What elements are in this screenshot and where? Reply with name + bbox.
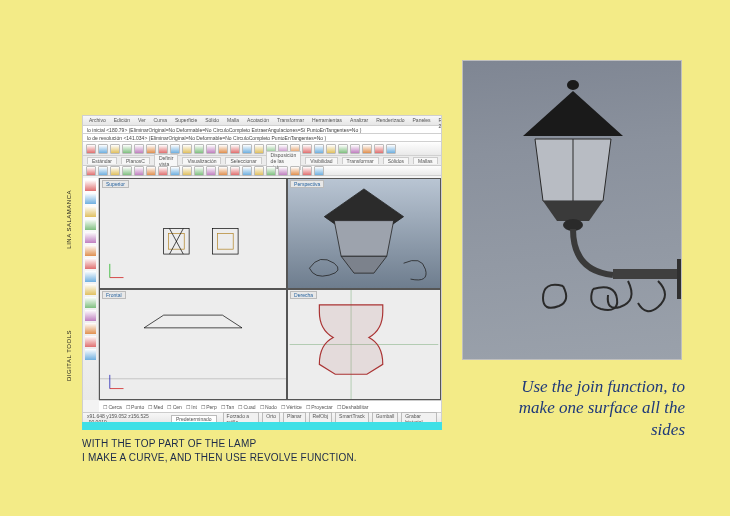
menu-item[interactable]: Analizar <box>348 117 370 124</box>
toolbar-icon[interactable] <box>110 144 120 154</box>
toolbar-icon[interactable] <box>85 297 96 308</box>
toolbar-icon[interactable] <box>362 144 372 154</box>
toolbar-icon[interactable] <box>85 323 96 334</box>
toolbar-icon[interactable] <box>182 144 192 154</box>
toolbar-icon[interactable] <box>86 144 96 154</box>
menu-item[interactable]: Ver <box>136 117 148 124</box>
menu-item[interactable]: Curva <box>152 117 169 124</box>
osnap-toggle[interactable]: ☐ Tan <box>221 404 234 410</box>
toolbar-tab[interactable]: Visualización <box>182 157 221 164</box>
toolbar-icon[interactable] <box>122 144 132 154</box>
toolbar-icon[interactable] <box>170 144 180 154</box>
toolbar-icon[interactable] <box>242 144 252 154</box>
menu-item[interactable]: Acotación <box>245 117 271 124</box>
toolbar-tab[interactable]: Estándar <box>87 157 117 164</box>
osnap-toggle[interactable]: ☐ Int <box>186 404 197 410</box>
toolbar-icon[interactable] <box>338 144 348 154</box>
viewport-perspective[interactable]: Perspectiva <box>287 178 441 289</box>
toolbar-icon[interactable] <box>302 144 312 154</box>
viewport-right[interactable]: Derecha <box>287 289 441 400</box>
toolbar-icon[interactable] <box>85 271 96 282</box>
command-line-2: lo de revolución <141.034> (EliminarOrig… <box>83 134 441 142</box>
toolbar-icon[interactable] <box>98 166 108 176</box>
menu-item[interactable]: Herramientas <box>310 117 344 124</box>
toolbar-icon[interactable] <box>350 144 360 154</box>
toolbar-icon[interactable] <box>182 166 192 176</box>
toolbar-icon[interactable] <box>134 166 144 176</box>
toolbar-icon[interactable] <box>85 310 96 321</box>
toolbar-icon[interactable] <box>302 166 312 176</box>
toolbar-icon[interactable] <box>326 144 336 154</box>
toolbar-icon[interactable] <box>230 144 240 154</box>
toolbar-tab[interactable]: PlanosC <box>121 157 150 164</box>
toolbar-icon[interactable] <box>206 166 216 176</box>
toolbar-icon[interactable] <box>242 166 252 176</box>
toolbar-icon[interactable] <box>85 245 96 256</box>
osnap-toggle[interactable]: ☐ Nodo <box>260 404 277 410</box>
menu-item[interactable]: RhinoCAM 2014 <box>437 117 442 124</box>
toolbar-icon[interactable] <box>170 166 180 176</box>
toolbar-icon[interactable] <box>85 258 96 269</box>
toolbar-tab[interactable]: Seleccionar <box>225 157 261 164</box>
osnap-toggle[interactable]: ☐ Cen <box>167 404 182 410</box>
osnap-toggle[interactable]: ☐ Deshabilitar <box>337 404 369 410</box>
viewports: Superior Per <box>99 178 441 400</box>
menu-item[interactable]: Paneles <box>411 117 433 124</box>
osnap-toggle[interactable]: ☐ Med <box>148 404 163 410</box>
toolbar-icon[interactable] <box>206 144 216 154</box>
toolbar-icon[interactable] <box>85 349 96 360</box>
toolbar-icon[interactable] <box>158 144 168 154</box>
menu-item[interactable]: Renderizado <box>374 117 406 124</box>
menu-item[interactable]: Malla <box>225 117 241 124</box>
toolbar-icon[interactable] <box>146 144 156 154</box>
osnap-toggle[interactable]: ☐ Cuad <box>238 404 255 410</box>
toolbar-icon[interactable] <box>194 166 204 176</box>
toolbar-icon[interactable] <box>374 144 384 154</box>
toolbar-icon[interactable] <box>194 144 204 154</box>
toolbar-icon[interactable] <box>85 336 96 347</box>
osnap-toggle[interactable]: ☐ Perp <box>201 404 217 410</box>
toolbar-icon[interactable] <box>218 144 228 154</box>
toolbar-icon[interactable] <box>110 166 120 176</box>
toolbar-icon[interactable] <box>86 166 96 176</box>
toolbar-icon[interactable] <box>134 144 144 154</box>
osnap-toggle[interactable]: ☐ Proyectar <box>306 404 333 410</box>
menu-item[interactable]: Superficie <box>173 117 199 124</box>
toolbar-icon[interactable] <box>85 193 96 204</box>
viewport-front[interactable]: Frontal <box>99 289 287 400</box>
toolbar-icon[interactable] <box>314 166 324 176</box>
svg-rect-23 <box>677 259 682 299</box>
menu-item[interactable]: Sólido <box>203 117 221 124</box>
menu-item[interactable]: Archivo <box>87 117 108 124</box>
menu-item[interactable]: Edición <box>112 117 132 124</box>
toolbar-icon[interactable] <box>85 232 96 243</box>
viewport-top[interactable]: Superior <box>99 178 287 289</box>
svg-rect-3 <box>218 234 234 250</box>
toolbar-icon[interactable] <box>278 166 288 176</box>
toolbar-icon[interactable] <box>85 206 96 217</box>
toolbar-icon[interactable] <box>158 166 168 176</box>
toolbar-icon[interactable] <box>314 144 324 154</box>
toolbar-icon[interactable] <box>122 166 132 176</box>
toolbar-tab[interactable]: Transformar <box>342 157 379 164</box>
osnap-toggle[interactable]: ☐ Vértice <box>281 404 302 410</box>
toolbar-icon[interactable] <box>85 284 96 295</box>
toolbar-main <box>83 142 441 156</box>
toolbar-icon[interactable] <box>266 166 276 176</box>
toolbar-tab[interactable]: Sólidos <box>383 157 409 164</box>
toolbar-tab[interactable]: Mallas <box>413 157 437 164</box>
menu-item[interactable]: Transformar <box>275 117 306 124</box>
toolbar-icon[interactable] <box>85 219 96 230</box>
osnap-toggle[interactable]: ☐ Punto <box>126 404 144 410</box>
toolbar-tab[interactable]: Visibilidad <box>305 157 337 164</box>
toolbar-icon[interactable] <box>254 166 264 176</box>
toolbar-icon[interactable] <box>386 144 396 154</box>
osnap-toggle[interactable]: ☐ Cerca <box>103 404 122 410</box>
toolbar-icon[interactable] <box>146 166 156 176</box>
toolbar-icon[interactable] <box>218 166 228 176</box>
toolbar-icon[interactable] <box>85 180 96 191</box>
toolbar-icon[interactable] <box>230 166 240 176</box>
toolbar-icon[interactable] <box>290 166 300 176</box>
toolbar-icon[interactable] <box>254 144 264 154</box>
toolbar-icon[interactable] <box>98 144 108 154</box>
